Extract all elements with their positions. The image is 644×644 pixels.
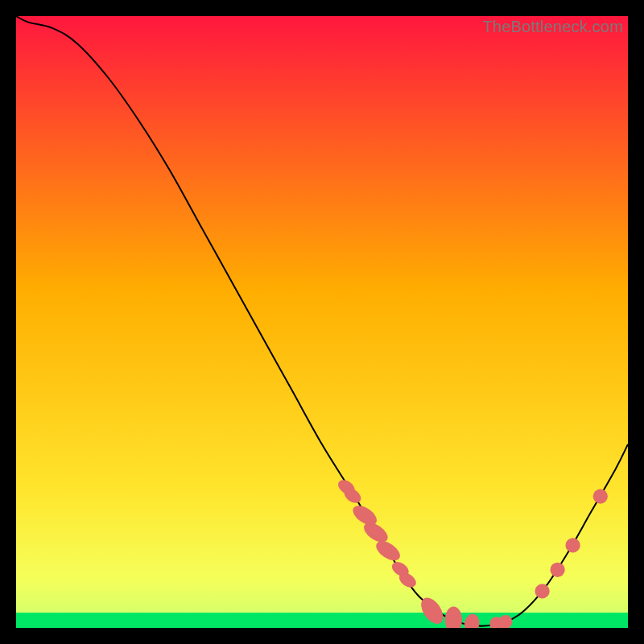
gradient-background: [16, 16, 628, 628]
marker-dot: [593, 489, 608, 503]
marker-dot: [535, 584, 549, 598]
chart-frame: TheBottleneck.com: [16, 16, 628, 628]
green-band: [16, 613, 628, 628]
marker-dot: [499, 615, 513, 628]
marker-dot: [565, 538, 580, 552]
watermark-text: TheBottleneck.com: [482, 18, 623, 36]
marker-dot: [550, 563, 564, 577]
bottleneck-chart: [16, 16, 628, 628]
